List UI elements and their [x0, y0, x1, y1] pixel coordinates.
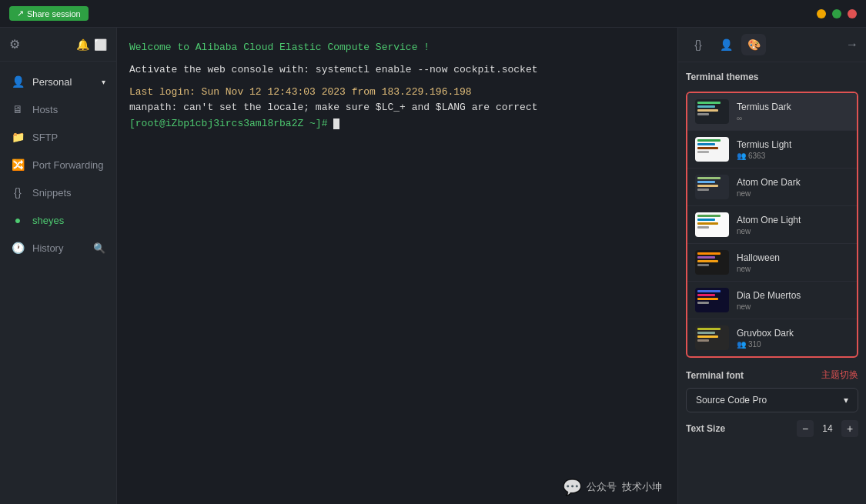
- theme-name: Atom One Light: [737, 215, 849, 225]
- theme-preview-atom-light: [695, 212, 729, 237]
- settings-icon[interactable]: ⚙: [9, 37, 20, 52]
- theme-name: Dia De Muertos: [737, 290, 849, 301]
- sidebar-item-sftp[interactable]: 📁 SFTP: [0, 123, 116, 151]
- sidebar-item-label: Personal: [32, 76, 72, 88]
- panel-tab-group: {} 👤 🎨: [686, 34, 766, 55]
- theme-meta: new: [737, 227, 849, 235]
- close-button[interactable]: [848, 9, 857, 18]
- font-value: Source Code Pro: [696, 395, 767, 406]
- sidebar-top: ⚙ 🔔 ⬜: [0, 28, 116, 62]
- themes-section-title: Terminal themes: [686, 70, 858, 84]
- terminal-line-1: Welcome to Alibaba Cloud Elastic Compute…: [129, 40, 665, 56]
- minimize-button[interactable]: [817, 9, 826, 18]
- theme-info: Termius Light 👥 6363: [737, 139, 849, 160]
- sidebar-nav: 👤 Personal ▾ 🖥 Hosts 📁 SFTP 🔀 Port Forwa…: [0, 62, 116, 504]
- theme-preview-termius-light: [695, 137, 729, 162]
- sidebar: ⚙ 🔔 ⬜ 👤 Personal ▾ 🖥 Hosts 📁 SFTP 🔀: [0, 28, 117, 504]
- font-size-row: Text Size − 14 +: [686, 420, 858, 437]
- theme-item-atom-one-dark[interactable]: Atom One Dark new: [687, 169, 857, 206]
- personal-icon: 👤: [11, 75, 25, 88]
- main-layout: ⚙ 🔔 ⬜ 👤 Personal ▾ 🖥 Hosts 📁 SFTP 🔀: [0, 28, 866, 504]
- terminal-line-3: Last login: Sun Nov 12 12:43:03 2023 fro…: [129, 85, 665, 101]
- port-forwarding-icon: 🔀: [11, 159, 25, 171]
- theme-meta: new: [737, 189, 849, 198]
- theme-meta: new: [737, 302, 849, 311]
- theme-meta: new: [737, 265, 849, 273]
- theme-info: Dia De Muertos new: [737, 290, 849, 311]
- theme-item-termius-dark[interactable]: Termius Dark ∞: [687, 93, 857, 131]
- theme-preview-termius-dark: [695, 99, 729, 124]
- terminal-cursor: [333, 118, 339, 129]
- terminal-area[interactable]: Welcome to Alibaba Cloud Elastic Compute…: [117, 28, 677, 504]
- watermark: 💬 公众号 技术小坤: [563, 478, 662, 496]
- share-session-button[interactable]: ↗ Share session: [9, 6, 89, 21]
- users-icon-small: 👥: [737, 340, 746, 349]
- screen-icon[interactable]: ⬜: [94, 38, 107, 51]
- sidebar-item-label: History: [32, 242, 63, 254]
- sidebar-item-label: Port Forwarding: [32, 159, 103, 171]
- users-icon: 👥: [737, 152, 746, 160]
- terminal-line-4: manpath: can't set the locale; make sure…: [129, 100, 665, 116]
- theme-preview-gruvbox: [695, 325, 729, 350]
- theme-info: Termius Dark ∞: [737, 102, 849, 122]
- sidebar-item-history[interactable]: 🕐 History 🔍: [0, 234, 116, 262]
- sidebar-item-label: sheyes: [32, 215, 64, 226]
- tab-person[interactable]: 👤: [714, 34, 738, 55]
- history-icon: 🕐: [11, 242, 25, 254]
- theme-item-dia-de-muertos[interactable]: Dia De Muertos new: [687, 282, 857, 319]
- theme-item-gruvbox-dark[interactable]: Gruvbox Dark 👥 310: [687, 319, 857, 356]
- window-controls: [817, 9, 857, 18]
- wechat-icon: 💬: [563, 478, 582, 496]
- theme-name: Halloween: [737, 252, 849, 263]
- panel-content: Terminal themes Termius Dark ∞: [678, 62, 866, 504]
- share-label: Share session: [27, 9, 81, 18]
- theme-preview-halloween: [695, 250, 729, 275]
- top-bar: ↗ Share session: [0, 0, 866, 28]
- terminal-line-2: Activate the web console with: systemctl…: [129, 62, 665, 78]
- font-size-control: − 14 +: [797, 420, 858, 437]
- theme-item-termius-light[interactable]: Termius Light 👥 6363: [687, 131, 857, 169]
- theme-meta: 👥 310: [737, 340, 849, 349]
- snippets-icon: {}: [11, 186, 25, 199]
- sidebar-item-port-forwarding[interactable]: 🔀 Port Forwarding: [0, 151, 116, 179]
- theme-name: Termius Light: [737, 139, 849, 150]
- share-icon: ↗: [17, 8, 24, 18]
- font-size-value: 14: [820, 423, 835, 434]
- font-section-label: Terminal font: [686, 370, 744, 381]
- theme-preview-dia: [695, 288, 729, 312]
- sidebar-icon-group: 🔔 ⬜: [76, 38, 107, 51]
- sidebar-item-sheyes[interactable]: ● sheyes: [0, 206, 116, 234]
- theme-preview-atom-dark: [695, 175, 729, 199]
- bell-icon[interactable]: 🔔: [76, 38, 89, 51]
- terminal-prompt: [root@iZbp1cbj3ircs3aml8rba2Z ~]#: [129, 116, 665, 132]
- theme-name: Atom One Dark: [737, 177, 849, 188]
- tab-code[interactable]: {}: [686, 34, 711, 55]
- search-icon[interactable]: 🔍: [93, 242, 105, 254]
- decrease-font-size-button[interactable]: −: [797, 420, 814, 437]
- theme-item-atom-one-light[interactable]: Atom One Light new: [687, 206, 857, 244]
- increase-font-size-button[interactable]: +: [841, 420, 858, 437]
- sidebar-item-personal[interactable]: 👤 Personal ▾: [0, 68, 116, 95]
- font-size-label: Text Size: [686, 423, 725, 434]
- theme-info: Atom One Light new: [737, 215, 849, 235]
- font-label-row: Terminal font 主题切换: [686, 369, 858, 382]
- sidebar-item-hosts[interactable]: 🖥 Hosts: [0, 95, 116, 123]
- top-bar-left: ↗ Share session: [9, 6, 89, 21]
- theme-item-halloween[interactable]: Halloween new: [687, 244, 857, 282]
- font-dropdown[interactable]: Source Code Pro ▾: [686, 388, 858, 412]
- sidebar-item-label: Snippets: [32, 187, 72, 199]
- sftp-icon: 📁: [11, 131, 25, 143]
- chevron-down-icon: ▾: [844, 395, 848, 406]
- themes-list: Termius Dark ∞ Termius Light: [686, 92, 858, 358]
- maximize-button[interactable]: [832, 9, 841, 18]
- terminal-output: Welcome to Alibaba Cloud Elastic Compute…: [129, 40, 665, 132]
- theme-meta: 👥 6363: [737, 152, 849, 160]
- theme-info: Gruvbox Dark 👥 310: [737, 328, 849, 349]
- chevron-down-icon: ▾: [102, 78, 105, 86]
- panel-arrow-icon[interactable]: →: [846, 38, 858, 52]
- sidebar-item-snippets[interactable]: {} Snippets: [0, 179, 116, 206]
- theme-info: Halloween new: [737, 252, 849, 273]
- watermark-text: 公众号 技术小坤: [587, 480, 662, 494]
- tab-palette[interactable]: 🎨: [741, 34, 766, 55]
- theme-info: Atom One Dark new: [737, 177, 849, 198]
